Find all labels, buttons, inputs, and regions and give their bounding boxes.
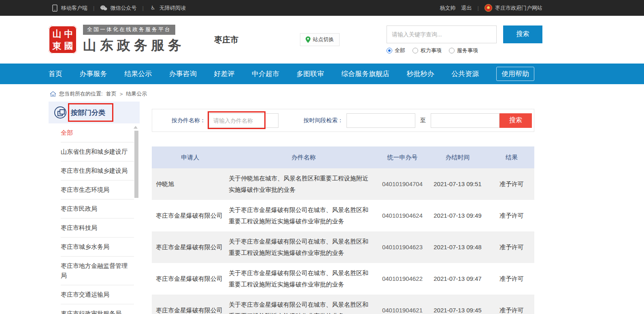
content-area: 按部门分类 全部 山东省住房和城乡建设厅 枣庄市住房和城乡建设局 枣庄市生态环境… (49, 102, 542, 314)
wechat-label: 微信公众号 (110, 4, 136, 12)
gov-portal-link[interactable]: ★ 枣庄市政府门户网站 (485, 4, 542, 12)
site-switch-button[interactable]: 站点切换 (300, 33, 340, 46)
search-scope-radios: 全部 权力事项 服务事项 (387, 47, 542, 54)
department-list-item[interactable]: 枣庄市地方金融监督管理局 (61, 257, 134, 285)
table-row[interactable]: 仲晓旭 关于仲晓旭在城市、风景名胜区和重要工程设施附近实施爆破作业审批的业务 0… (152, 168, 534, 200)
sidebar-scrollbar-thumb[interactable] (134, 131, 138, 198)
nav-item[interactable]: 好差评 (214, 69, 234, 78)
nav-item[interactable]: 中介超市 (252, 69, 279, 78)
table-body: 仲晓旭 关于仲晓旭在城市、风景名胜区和重要工程设施附近实施爆破作业审批的业务 0… (152, 168, 534, 314)
site-title: 山东政务服务 (83, 36, 185, 55)
cell-applicant: 枣庄市金星爆破有限公司 (152, 210, 229, 221)
sidebar-header: 按部门分类 (49, 102, 140, 123)
table-header-row: 申请人 办件名称 统一申办号 办结时间 结果 (152, 146, 534, 168)
nav-item[interactable]: 办事咨询 (169, 69, 197, 78)
results-table: 申请人 办件名称 统一申办号 办结时间 结果 仲晓旭 关于仲晓旭在城市、风景名胜… (152, 146, 534, 314)
nav-item[interactable]: 多图联审 (297, 69, 324, 78)
scrollbar-up-arrow-icon[interactable] (134, 126, 138, 129)
breadcrumb-separator: > (120, 91, 123, 97)
cell-apply-no: 040101904623 (378, 242, 426, 253)
mobile-client-link[interactable]: 移动客户端 (51, 4, 87, 12)
divider: | (93, 5, 94, 11)
wechat-account-link[interactable]: 微信公众号 (100, 4, 136, 12)
cell-finish-time: 2021-07-13 09:51 (426, 178, 489, 190)
department-list-item[interactable]: 枣庄市民政局 (61, 199, 134, 219)
cell-result: 准予许可 (489, 242, 534, 253)
table-row[interactable]: 枣庄市金星爆破有限公司 关于枣庄市金星爆破有限公司在城市、风景名胜区和重要工程设… (152, 200, 534, 231)
breadcrumb-current: 结果公示 (126, 90, 147, 98)
cell-applicant: 仲晓旭 (152, 178, 229, 190)
nav-item[interactable]: 秒批秒办 (407, 69, 434, 78)
site-logo-text[interactable]: 全国一体化在线政务服务平台 山东政务服务 (83, 25, 185, 55)
nav-item[interactable]: 办事服务 (80, 69, 107, 78)
divider: | (142, 5, 143, 11)
cell-applicant: 枣庄市金星爆破有限公司 (152, 305, 229, 314)
column-header-applicant: 申请人 (152, 152, 229, 163)
nav-item[interactable]: 公共资源 (451, 69, 479, 78)
cell-finish-time: 2021-07-13 09:47 (426, 273, 489, 284)
main-navigation: 首页 办事服务 结果公示 办事咨询 好差评 中介超市 多图联审 综合服务旗舰店 … (0, 64, 644, 84)
username-label[interactable]: 杨文帅 (440, 4, 456, 12)
cell-finish-time: 2021-07-13 09:49 (426, 210, 489, 221)
cell-applicant: 枣庄市金星爆破有限公司 (152, 242, 229, 253)
scope-radio-label: 服务事项 (457, 47, 478, 54)
department-list-item[interactable]: 山东省住房和城乡建设厅 (61, 142, 134, 161)
accessibility-label: 无障碍阅读 (159, 4, 186, 12)
mobile-phone-icon (51, 4, 58, 12)
name-filter-label: 按办件名称： (172, 117, 206, 124)
seal-char: 山 (51, 28, 63, 40)
department-list-item[interactable]: 枣庄市交通运输局 (61, 285, 134, 304)
national-emblem-icon: ★ (485, 4, 492, 12)
category-icon (54, 106, 66, 119)
cell-result: 准予许可 (489, 305, 534, 314)
time-filter-label: 按时间段检索： (304, 117, 343, 124)
seal-char: 中 (63, 28, 74, 40)
scope-radio-label: 权力事项 (421, 47, 442, 54)
department-list-item[interactable]: 全部 (61, 123, 134, 142)
site-header: 山 中 東 國 全国一体化在线政务服务平台 山东政务服务 枣庄市 站点切换 搜索 (0, 16, 644, 64)
top-utility-bar: 移动客户端 | 微信公众号 | ♿ 无障碍阅读 杨文帅 退出 | ★ 枣庄市政府… (0, 0, 644, 16)
department-list-item[interactable]: 枣庄市生态环境局 (61, 180, 134, 199)
annotation-highlight-box (68, 103, 113, 122)
current-city-label: 枣庄市 (214, 34, 238, 45)
seal-char: 東 (51, 40, 63, 52)
scope-radio[interactable]: 全部 (387, 47, 405, 54)
table-row[interactable]: 枣庄市金星爆破有限公司 关于枣庄市金星爆破有限公司在城市、风景名胜区和重要工程设… (152, 263, 534, 295)
scope-radio[interactable]: 权力事项 (412, 47, 442, 54)
table-row[interactable]: 枣庄市金星爆破有限公司 关于枣庄市金星爆破有限公司在城市、风景名胜区和重要工程设… (152, 295, 534, 314)
nav-item[interactable]: 首页 (49, 69, 62, 78)
date-to-input[interactable] (431, 113, 499, 128)
column-header-result: 结果 (489, 152, 534, 163)
department-list-item[interactable]: 枣庄市行政审批服务局 (61, 304, 134, 314)
filter-search-button[interactable]: 搜索 (499, 113, 532, 128)
table-row[interactable]: 枣庄市金星爆破有限公司 关于枣庄市金星爆破有限公司在城市、风景名胜区和重要工程设… (152, 231, 534, 263)
accessibility-link[interactable]: ♿ 无障碍阅读 (149, 4, 186, 12)
cell-applicant: 枣庄市金星爆破有限公司 (152, 273, 229, 284)
nav-item[interactable]: 综合服务旗舰店 (341, 69, 389, 78)
cell-result: 准予许可 (489, 178, 534, 190)
home-icon (50, 91, 56, 97)
cell-result: 准予许可 (489, 210, 534, 221)
breadcrumb-home-link[interactable]: 首页 (106, 90, 117, 98)
breadcrumb: 您当前所在的位置: 首页 > 结果公示 (0, 84, 644, 102)
filter-bar: 按办件名称： 按时间段检索： 至 搜索 (152, 109, 534, 132)
cell-apply-no: 040101904621 (378, 305, 426, 314)
scope-radio-label: 全部 (395, 47, 405, 54)
divider: | (478, 5, 479, 11)
cell-apply-no: 040101904622 (378, 273, 426, 284)
cell-apply-no: 040101904624 (378, 210, 426, 221)
date-from-input[interactable] (346, 113, 415, 128)
nav-item[interactable]: 结果公示 (124, 69, 152, 78)
results-main: 按办件名称： 按时间段检索： 至 搜索 申请人 办件名称 统一申办号 办结时间 … (152, 102, 534, 314)
cell-apply-no: 040101904704 (378, 178, 426, 190)
department-list-item[interactable]: 枣庄市住房和城乡建设局 (61, 161, 134, 180)
department-list-item[interactable]: 枣庄市科技局 (61, 219, 134, 238)
header-search-button[interactable]: 搜索 (503, 25, 542, 43)
department-list-item[interactable]: 枣庄市城乡水务局 (61, 238, 134, 257)
keyword-search-input[interactable] (387, 25, 497, 43)
nav-item[interactable]: 使用帮助 (496, 67, 534, 81)
scope-radio[interactable]: 服务事项 (449, 47, 478, 54)
annotation-highlight-box (208, 111, 266, 129)
logout-link[interactable]: 退出 (461, 4, 472, 12)
radio-dot-icon (387, 48, 392, 53)
